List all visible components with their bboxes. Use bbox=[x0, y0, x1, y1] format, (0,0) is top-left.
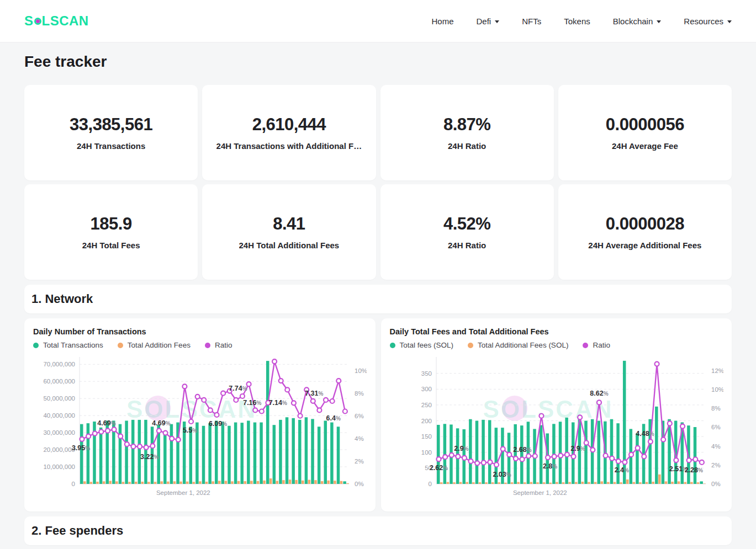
stat-label: 24H Ratio bbox=[448, 241, 486, 250]
svg-text:50,000,000: 50,000,000 bbox=[43, 395, 75, 402]
legend-dot-icon bbox=[205, 343, 210, 348]
svg-text:0%: 0% bbox=[711, 481, 721, 487]
svg-text:40,000,000: 40,000,000 bbox=[43, 412, 75, 419]
top-nav: S LSCAN Home Defi NFTs Tokens Blockchain… bbox=[0, 0, 756, 42]
stat-label: 24H Total Additional Fees bbox=[239, 241, 340, 250]
svg-text:7.14%: 7.14% bbox=[269, 399, 287, 407]
stat-value: 0.0000056 bbox=[606, 115, 684, 135]
chart-title: Daily Number of Transactions bbox=[33, 327, 367, 336]
stat-label: 24H Total Fees bbox=[82, 241, 140, 250]
svg-text:60,000,000: 60,000,000 bbox=[43, 378, 75, 385]
legend-item-total-transactions[interactable]: Total Transactions bbox=[33, 341, 103, 349]
legend-item-total-addition-fees[interactable]: Total Addition Fees bbox=[118, 341, 191, 349]
chevron-down-icon bbox=[657, 20, 661, 23]
svg-text:2%: 2% bbox=[355, 458, 364, 465]
svg-text:8%: 8% bbox=[711, 405, 721, 412]
legend-item-total-additional-fees-sol[interactable]: Total Additional Fees (SOL) bbox=[468, 341, 568, 349]
svg-text:4.69%: 4.69% bbox=[152, 419, 170, 427]
section-title: 1. Network bbox=[31, 292, 93, 306]
svg-text:10,000,000: 10,000,000 bbox=[43, 463, 75, 470]
main-nav: Home Defi NFTs Tokens Blockchain Resourc… bbox=[432, 17, 732, 26]
stat-card: 4.52% 24H Ratio bbox=[380, 184, 554, 280]
stat-card: 8.41 24H Total Additional Fees bbox=[202, 184, 376, 280]
chevron-down-icon bbox=[727, 20, 732, 23]
legend-dot-icon bbox=[390, 343, 395, 348]
chart-canvas-daily-fees[interactable]: 35030025020015010050012%10%8%6%4%2%0%Sep… bbox=[390, 351, 723, 502]
chevron-down-icon bbox=[495, 20, 499, 23]
svg-text:4.69%: 4.69% bbox=[97, 419, 115, 427]
logo-text: LSCAN bbox=[42, 13, 89, 29]
nav-item-resources[interactable]: Resources bbox=[684, 17, 732, 26]
charts-row: Daily Number of Transactions Total Trans… bbox=[24, 318, 732, 511]
chart-legend: Total Transactions Total Addition Fees R… bbox=[33, 341, 367, 349]
stat-card: 33,385,561 24H Transactions bbox=[24, 85, 198, 180]
chart-title: Daily Total Fees and Total Additional Fe… bbox=[390, 327, 723, 336]
stat-value: 2,610,444 bbox=[252, 115, 326, 135]
chart-card-daily-transactions: Daily Number of Transactions Total Trans… bbox=[24, 318, 376, 511]
svg-text:0%: 0% bbox=[355, 481, 364, 487]
svg-text:September 1, 2022: September 1, 2022 bbox=[156, 489, 210, 496]
section-title: 2. Fee spenders bbox=[31, 524, 123, 538]
svg-text:2.8%: 2.8% bbox=[542, 462, 557, 470]
svg-text:30,000,000: 30,000,000 bbox=[43, 429, 75, 436]
nav-item-tokens[interactable]: Tokens bbox=[564, 17, 590, 26]
legend-dot-icon bbox=[468, 343, 473, 348]
section-network: 1. Network bbox=[24, 285, 732, 313]
svg-text:2.03%: 2.03% bbox=[493, 471, 511, 478]
nav-item-blockchain[interactable]: Blockchain bbox=[613, 17, 662, 26]
stat-label: 24H Average Additional Fees bbox=[588, 241, 701, 250]
page-content: Fee tracker 33,385,561 24H Transactions … bbox=[0, 52, 756, 545]
svg-text:2.4%: 2.4% bbox=[614, 466, 628, 474]
logo-dot-icon bbox=[36, 19, 40, 23]
stat-label: 24H Ratio bbox=[448, 141, 486, 151]
nav-item-defi[interactable]: Defi bbox=[477, 17, 500, 26]
svg-text:7.16%: 7.16% bbox=[243, 399, 261, 407]
svg-text:2.9%: 2.9% bbox=[454, 445, 468, 452]
svg-text:4%: 4% bbox=[355, 435, 364, 442]
solscan-logo[interactable]: S LSCAN bbox=[24, 13, 89, 29]
svg-text:0: 0 bbox=[428, 481, 431, 487]
stat-cards: 33,385,561 24H Transactions 2,610,444 24… bbox=[24, 85, 732, 280]
logo-text: S bbox=[24, 13, 34, 29]
stat-value: 8.41 bbox=[273, 214, 305, 234]
svg-text:2%: 2% bbox=[711, 462, 721, 468]
svg-text:6.09%: 6.09% bbox=[209, 420, 227, 428]
svg-text:8%: 8% bbox=[355, 390, 364, 397]
legend-item-total-fees-sol[interactable]: Total fees (SOL) bbox=[390, 341, 454, 349]
legend-dot-icon bbox=[583, 343, 588, 348]
legend-dot-icon bbox=[33, 343, 39, 348]
svg-text:150: 150 bbox=[421, 433, 431, 440]
stat-card: 2,610,444 24H Transactions with Addition… bbox=[202, 85, 376, 180]
svg-text:2.62%: 2.62% bbox=[429, 464, 447, 472]
svg-text:10%: 10% bbox=[355, 367, 367, 374]
legend-item-ratio[interactable]: Ratio bbox=[205, 341, 232, 349]
svg-text:200: 200 bbox=[421, 418, 431, 424]
legend-item-ratio[interactable]: Ratio bbox=[583, 341, 610, 349]
svg-text:2.28%: 2.28% bbox=[684, 466, 702, 474]
svg-text:4.48%: 4.48% bbox=[636, 430, 654, 438]
logo-o-icon bbox=[34, 18, 41, 25]
svg-text:4%: 4% bbox=[711, 443, 721, 450]
chart-canvas-daily-transactions[interactable]: 70,000,00060,000,00050,000,00040,000,000… bbox=[33, 351, 367, 502]
svg-text:7.31%: 7.31% bbox=[305, 390, 323, 397]
stat-label: 24H Average Fee bbox=[612, 141, 678, 151]
svg-text:September 1, 2022: September 1, 2022 bbox=[512, 489, 567, 496]
stat-value: 185.9 bbox=[91, 214, 132, 234]
svg-text:7.74%: 7.74% bbox=[229, 385, 247, 392]
svg-text:350: 350 bbox=[421, 370, 431, 377]
nav-item-nfts[interactable]: NFTs bbox=[522, 17, 541, 26]
stat-card: 8.87% 24H Ratio bbox=[380, 85, 554, 180]
nav-item-home[interactable]: Home bbox=[432, 17, 454, 26]
page-title: Fee tracker bbox=[24, 52, 732, 72]
stat-label: 24H Transactions with Additional F… bbox=[216, 141, 362, 151]
stat-value: 8.87% bbox=[443, 115, 490, 135]
section-fee-spenders: 2. Fee spenders bbox=[24, 516, 732, 545]
svg-text:6%: 6% bbox=[355, 413, 364, 419]
chart-card-daily-fees: Daily Total Fees and Total Additional Fe… bbox=[381, 318, 732, 511]
svg-text:6%: 6% bbox=[711, 424, 721, 430]
stat-value: 33,385,561 bbox=[70, 115, 152, 135]
svg-text:250: 250 bbox=[421, 402, 431, 408]
svg-text:12%: 12% bbox=[711, 367, 723, 374]
svg-text:100: 100 bbox=[421, 449, 431, 456]
svg-text:300: 300 bbox=[421, 386, 431, 392]
